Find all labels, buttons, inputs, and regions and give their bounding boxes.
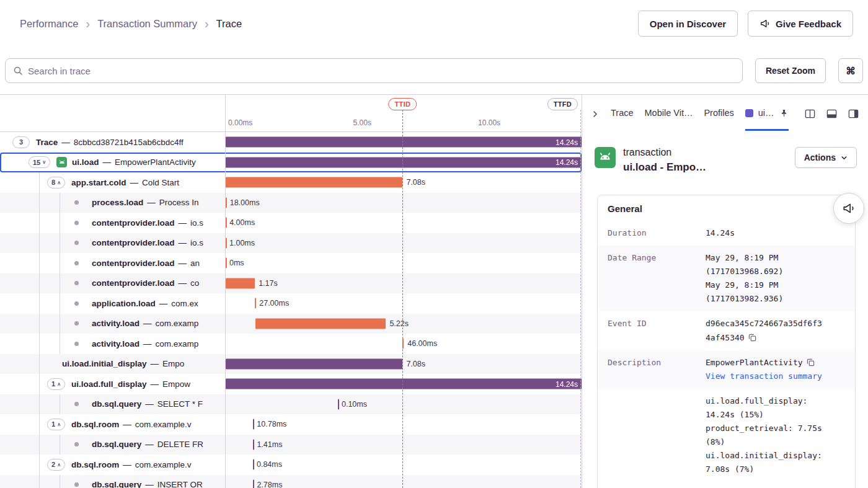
separator: —: [145, 399, 154, 409]
separator: —: [151, 379, 159, 389]
span-bar[interactable]: [253, 459, 254, 470]
span-count-badge[interactable]: 1∧: [47, 419, 65, 430]
span-bar[interactable]: [253, 439, 254, 450]
tab-mobile-vitals[interactable]: Mobile Vit…: [645, 95, 693, 131]
trace-row-activity.load[interactable]: activity.load—com.examp46.00ms: [0, 334, 582, 354]
span-duration-label: 4.00ms: [229, 218, 255, 227]
tree-connector-line: [60, 475, 60, 488]
tree-connector-line: [39, 273, 40, 294]
trace-row-ui.load.full_display[interactable]: 1∧ui.load.full_display—Empow14.24s: [0, 374, 582, 394]
trace-row-ui.load.initial_display[interactable]: ui.load.initial_display—Empo7.08s: [0, 354, 582, 375]
search-input[interactable]: [28, 66, 735, 76]
layout-sidebar-icon[interactable]: [848, 108, 859, 120]
span-duration-label: 1.00ms: [229, 239, 255, 247]
span-count-badge[interactable]: 2∧: [47, 459, 65, 471]
give-feedback-button[interactable]: Give Feedback: [748, 11, 853, 37]
breadcrumb-transaction-summary[interactable]: Transaction Summary: [97, 18, 197, 30]
kv-row-event-id: Event ID d96eca345c724667a35df6f34af4534…: [598, 311, 855, 350]
trace-row-db.sql.query[interactable]: db.sql.query—INSERT OR2.78ms: [0, 475, 582, 488]
layout-columns-icon[interactable]: [804, 108, 816, 120]
span-bar[interactable]: [402, 339, 404, 349]
span-description: com.example.v: [135, 460, 192, 469]
trace-row-contentprovider.load[interactable]: contentprovider.load—an0ms: [0, 253, 582, 273]
span-bar[interactable]: [226, 218, 227, 228]
search-box[interactable]: [5, 58, 743, 83]
span-bar[interactable]: [226, 197, 227, 208]
tab-trace[interactable]: Trace: [611, 95, 634, 131]
span-duration-label: 1.41ms: [257, 440, 282, 449]
chevron-up-icon: ∧: [57, 422, 61, 427]
trace-row-application.load[interactable]: application.load—com.ex27.00ms: [0, 293, 582, 314]
span-bar[interactable]: [226, 258, 227, 268]
span-tree-cell: contentprovider.load—io.s: [0, 233, 226, 254]
trace-row-ui.load[interactable]: 15∨ui.load—EmpowerPlantActivity14.24s: [0, 153, 582, 173]
trace-row-contentprovider.load[interactable]: contentprovider.load—io.s1.00ms: [0, 233, 582, 254]
layout-bottom-icon[interactable]: [826, 108, 838, 120]
trace-row-db.sql.room[interactable]: 2∧db.sql.room—com.example.v0.84ms: [0, 455, 582, 475]
span-bar[interactable]: 14.24s: [226, 137, 582, 148]
breadcrumb-performance[interactable]: Performance: [20, 18, 78, 30]
tree-connector-dot: [74, 281, 79, 285]
span-bar[interactable]: [226, 237, 227, 248]
give-feedback-label: Give Feedback: [776, 19, 841, 29]
span-count-badge[interactable]: 8∧: [47, 177, 65, 189]
actions-button[interactable]: Actions: [795, 147, 857, 168]
trace-row-db.sql.query[interactable]: db.sql.query—DELETE FR1.41ms: [0, 435, 582, 455]
trace-row-db.sql.query[interactable]: db.sql.query—SELECT * F0.10ms: [0, 394, 582, 415]
reset-zoom-button[interactable]: Reset Zoom: [755, 58, 826, 83]
trace-details-panel: Trace Mobile Vit… Profiles ui…: [582, 95, 868, 488]
trace-row-contentprovider.load[interactable]: contentprovider.load—co1.17s: [0, 273, 582, 294]
span-description: io.s: [190, 218, 203, 228]
span-op-name: contentprovider.load: [92, 278, 175, 288]
span-op-name: contentprovider.load: [92, 218, 175, 228]
pin-icon[interactable]: [779, 109, 789, 118]
span-bar[interactable]: 14.24s: [226, 157, 582, 167]
span-bar[interactable]: [253, 479, 254, 488]
span-bar[interactable]: [226, 278, 255, 288]
trace-row-activity.load[interactable]: activity.load—com.examp5.22s: [0, 314, 582, 334]
tab-transaction-active[interactable]: ui…: [745, 95, 789, 131]
span-tree-cell: contentprovider.load—co: [0, 273, 226, 294]
span-bar[interactable]: [255, 298, 256, 309]
span-description: DELETE FR: [157, 440, 203, 449]
tree-connector-dot: [74, 301, 79, 306]
trace-row-process.load[interactable]: process.load—Process In18.00ms: [0, 193, 582, 213]
span-description: com.ex: [171, 299, 198, 308]
span-bar[interactable]: 14.24s: [226, 379, 582, 389]
span-tree-cell: application.load—com.ex: [0, 293, 226, 314]
span-count-badge[interactable]: 3: [12, 136, 30, 148]
keyboard-shortcut-button[interactable]: ⌘: [838, 58, 863, 83]
span-description: Empow: [162, 379, 190, 389]
span-op-name: ui.load: [72, 157, 99, 167]
span-chart-cell: 10.78ms: [226, 414, 582, 435]
view-transaction-summary-link[interactable]: View transaction summary: [706, 370, 823, 383]
description-key: Description: [608, 356, 706, 383]
span-bar[interactable]: [226, 177, 402, 188]
android-icon: [56, 157, 67, 167]
tree-connector-line: [39, 394, 40, 415]
span-count-badge[interactable]: 15∨: [29, 156, 50, 168]
trace-toolbar: Reset Zoom ⌘: [0, 47, 868, 94]
span-bar[interactable]: [226, 358, 402, 369]
copy-icon[interactable]: [807, 358, 815, 366]
span-count-badge[interactable]: 1∧: [47, 378, 65, 390]
tab-profiles[interactable]: Profiles: [704, 95, 733, 131]
span-tree-cell: contentprovider.load—an: [0, 253, 226, 273]
trace-row-db.sql.room[interactable]: 1∧db.sql.room—com.example.v10.78ms: [0, 414, 582, 435]
span-bar[interactable]: [253, 419, 254, 430]
expand-panel-icon[interactable]: [591, 95, 600, 131]
span-op-name: contentprovider.load: [92, 238, 175, 247]
copy-icon[interactable]: [748, 334, 756, 342]
actions-label: Actions: [804, 153, 836, 162]
span-bar[interactable]: [255, 318, 386, 329]
trace-row-Trace[interactable]: 3Trace—8cbbcd38721b415ab6cbdc4ff14.24s: [0, 132, 582, 153]
tree-connector-line: [39, 293, 40, 314]
feedback-fab-button[interactable]: [833, 193, 864, 224]
trace-row-app.start.cold[interactable]: 8∧app.start.cold—Cold Start7.08s: [0, 172, 582, 193]
trace-row-contentprovider.load[interactable]: contentprovider.load—io.s4.00ms: [0, 213, 582, 233]
span-bar[interactable]: [338, 399, 339, 409]
axis-tick: 5.00s: [353, 118, 371, 127]
open-in-discover-button[interactable]: Open in Discover: [638, 11, 738, 37]
android-icon: [595, 147, 616, 168]
separator: —: [130, 178, 139, 187]
